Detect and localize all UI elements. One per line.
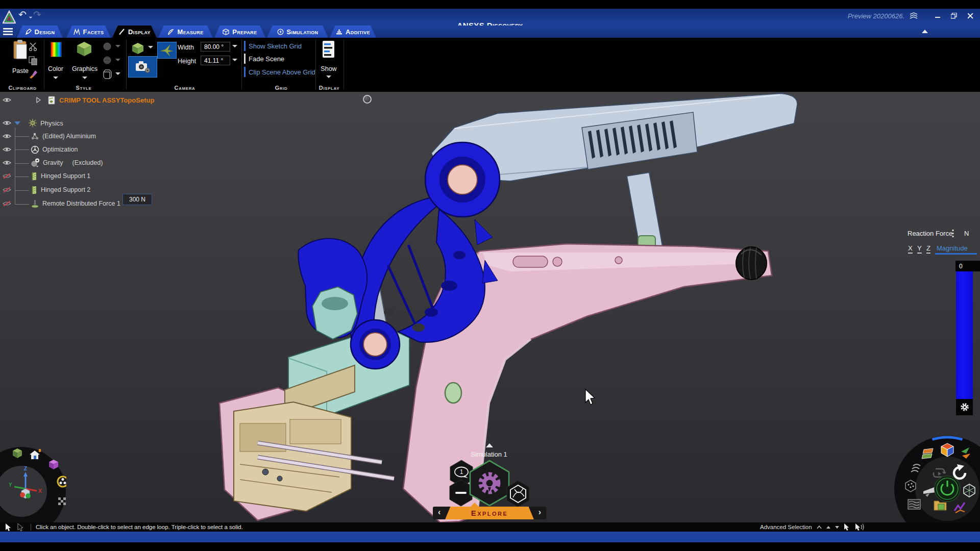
model-green-pin[interactable] (445, 383, 461, 403)
tree-row-physics[interactable]: Physics (0, 118, 63, 128)
color-icon[interactable] (51, 42, 62, 57)
tree-row-remote-force[interactable]: Remote Distributed Force 1 (0, 199, 120, 208)
paste-button[interactable] (11, 40, 30, 62)
stage-pointer-notch (471, 503, 479, 507)
model-teal-saddle[interactable] (312, 287, 357, 339)
graphics-dropdown-icon[interactable] (82, 77, 87, 79)
eye-visible-icon[interactable] (3, 133, 11, 139)
select-down-icon[interactable] (835, 526, 839, 529)
force-value-input[interactable]: 300 N (122, 194, 152, 205)
wireframe-dropdown-icon[interactable] (115, 72, 120, 75)
tree-row-material[interactable]: (Edited) Aluminium (0, 132, 96, 141)
tree-row-root[interactable]: CRIMP TOOL ASSYTopoSetup (0, 95, 154, 105)
copy-icon[interactable] (29, 56, 38, 65)
eye-visible-icon[interactable] (3, 160, 11, 166)
fade-scene-toggle[interactable]: Fade Scene (244, 53, 284, 64)
tab-prepare[interactable]: Prepare (214, 26, 265, 38)
open-results-folder-icon[interactable] (934, 501, 946, 510)
format-painter-icon[interactable] (29, 69, 38, 79)
view-cube-dropdown-icon[interactable] (148, 46, 153, 48)
model-knob[interactable] (736, 247, 767, 280)
tab-simulation[interactable]: Simulation (267, 26, 328, 38)
tab-measure[interactable]: Measure (158, 26, 213, 38)
fly-mode-button[interactable] (157, 42, 177, 59)
cursor-waves-icon[interactable] (855, 523, 864, 531)
tab-display[interactable]: Display (112, 26, 157, 38)
sphere-style-dropdown-icon[interactable] (115, 59, 120, 61)
sphere-style-icon[interactable] (103, 56, 112, 65)
height-input[interactable]: 41.11 ° (201, 56, 230, 65)
legend-tab-y[interactable]: Y (917, 244, 922, 254)
collapse-ribbon-icon[interactable] (922, 30, 928, 33)
select-cursor-icon[interactable] (5, 523, 12, 531)
show-button[interactable] (323, 41, 334, 60)
eye-hidden-icon[interactable] (3, 201, 11, 207)
show-sketch-grid-toggle[interactable]: Show Sketch Grid (244, 40, 302, 52)
close-button[interactable] (965, 11, 976, 20)
width-dropdown-icon[interactable] (232, 45, 237, 47)
tree-row-support1[interactable]: Hinged Support 1 (0, 171, 90, 181)
kebab-menu-icon[interactable] (951, 229, 954, 238)
expand-stages-icon[interactable] (486, 443, 493, 447)
eye-visible-icon[interactable] (3, 97, 11, 103)
wireframe-box-icon[interactable] (103, 69, 112, 79)
tree-row-gravity[interactable]: Gravity (Excluded) (0, 158, 103, 167)
cursor-option-icon[interactable] (844, 523, 850, 531)
tab-additive[interactable]: Additive (330, 26, 376, 38)
ansys-logo-icon[interactable] (3, 10, 16, 24)
turntable-icon[interactable] (58, 477, 66, 487)
graphics-icon[interactable] (77, 41, 91, 57)
collapse-arrow-icon[interactable] (14, 121, 20, 126)
chevron-up-icon[interactable] (817, 525, 822, 529)
tab-facets[interactable]: Facets (66, 26, 111, 38)
clip-scene-above-grid-toggle[interactable]: Clip Scene Above Grid (244, 66, 315, 78)
tab-design[interactable]: Design (17, 26, 63, 38)
select-up-icon[interactable] (826, 526, 830, 529)
tree-row-support2[interactable]: Hinged Support 2 (0, 185, 90, 194)
secondary-cursor-icon[interactable] (17, 523, 24, 531)
expand-arrow-icon[interactable] (36, 97, 41, 103)
width-label: Width (178, 44, 194, 51)
explore-button[interactable]: Explore (445, 507, 534, 519)
prev-stage-chevron[interactable]: ‹ (438, 508, 440, 517)
contour-panel-icon[interactable] (908, 499, 920, 509)
cut-icon[interactable] (29, 42, 38, 51)
width-input[interactable]: 80.00 ° (201, 42, 230, 52)
simulation-settings-button[interactable] (470, 461, 509, 506)
eye-hidden-icon[interactable] (3, 187, 11, 193)
color-dropdown-icon[interactable] (53, 77, 58, 79)
topology-stage-button[interactable] (507, 481, 529, 507)
hamburger-menu-icon[interactable] (3, 28, 13, 36)
simulation-icon (277, 29, 284, 35)
minimize-button[interactable] (932, 11, 943, 20)
height-dropdown-icon[interactable] (232, 59, 237, 61)
remove-stage-button[interactable] (450, 480, 472, 506)
tree-row-optimization[interactable]: Optimization (0, 145, 78, 154)
eye-hidden-icon[interactable] (3, 173, 11, 179)
advanced-selection-label[interactable]: Advanced Selection (760, 524, 812, 530)
style-section-label: Style (76, 85, 92, 91)
model-pivot-pin-lower[interactable] (363, 333, 387, 356)
redo-button[interactable]: ↷ (33, 11, 41, 18)
edges-style-dropdown-icon[interactable] (115, 45, 120, 47)
edges-style-icon[interactable] (103, 42, 112, 51)
next-stage-chevron[interactable]: › (538, 508, 541, 517)
solve-power-button[interactable] (935, 476, 960, 502)
legend-settings-button[interactable] (956, 399, 973, 415)
legend-tab-z[interactable]: Z (926, 244, 930, 254)
eye-visible-icon[interactable] (3, 120, 11, 126)
legend-tab-magnitude[interactable]: Magnitude (937, 244, 968, 252)
eye-visible-icon[interactable] (3, 146, 11, 153)
layers-icon[interactable] (910, 12, 918, 19)
show-dropdown-icon[interactable] (326, 76, 331, 78)
camera-views-button[interactable] (128, 56, 157, 78)
undo-dropdown-icon[interactable] (29, 17, 33, 19)
grid-origin-handle[interactable] (363, 95, 372, 104)
model-pivot-pin-top[interactable] (448, 165, 477, 194)
undo-button[interactable]: ↶ (18, 11, 27, 18)
viewport-3d[interactable]: CRIMP TOOL ASSYTopoSetup Physics (0, 92, 980, 522)
view-cube-icon[interactable] (132, 43, 144, 54)
restore-button[interactable] (948, 11, 960, 20)
legend-tab-x[interactable]: X (908, 244, 913, 254)
legend-colorbar[interactable] (956, 271, 973, 399)
